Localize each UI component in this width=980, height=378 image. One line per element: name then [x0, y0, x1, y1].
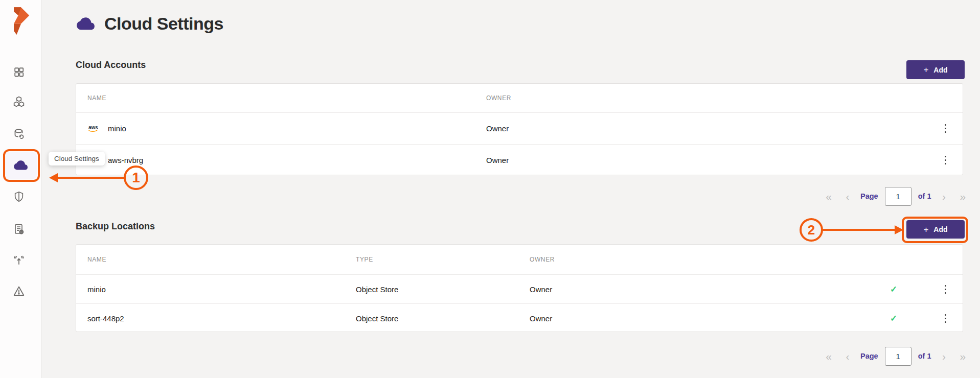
sidebar-item-data-services[interactable]	[7, 123, 31, 146]
annotation-arrowhead-step2	[895, 225, 903, 234]
annotation-arrow-line-step2	[823, 229, 895, 231]
prev-page-icon[interactable]: ‹	[841, 191, 854, 202]
next-page-icon[interactable]: ›	[938, 191, 950, 202]
table-row[interactable]: aws minio Owner	[76, 112, 963, 144]
page-of-label: of 1	[918, 352, 931, 360]
cloud-accounts-heading: Cloud Accounts	[76, 60, 146, 70]
next-page-icon[interactable]: ›	[938, 351, 950, 362]
column-header-owner: OWNER	[530, 245, 555, 274]
column-header-name: NAME	[87, 245, 106, 274]
page-number-input[interactable]	[885, 187, 911, 206]
aws-icon: aws	[87, 124, 100, 133]
plus-icon: +	[923, 65, 928, 74]
page-label: Page	[860, 192, 878, 200]
backup-locations-table-header: NAME TYPE OWNER	[76, 245, 963, 274]
annotation-arrowhead-step1	[49, 173, 58, 182]
account-name-cell: aws minio	[87, 113, 126, 144]
cluster-cubes-icon	[13, 96, 25, 108]
warning-triangle-icon	[13, 285, 25, 297]
annotation-arrow-line-step1	[57, 177, 125, 179]
status-check-icon: ✓	[888, 304, 899, 333]
sidebar	[0, 0, 41, 378]
server-gear-icon	[13, 223, 25, 235]
annotation-step-number-2: 2	[800, 218, 823, 242]
table-row[interactable]: minio Object Store Owner ✓	[76, 274, 963, 303]
account-owner: Owner	[486, 145, 509, 176]
table-row[interactable]: aws aws-nvbrg Owner	[76, 144, 963, 176]
database-restore-icon	[13, 128, 25, 140]
column-header-type: TYPE	[356, 245, 373, 274]
prev-page-icon[interactable]: ‹	[841, 351, 854, 362]
cloud-settings-page: Cloud Settings Cloud Accounts + Add NAME…	[0, 0, 980, 378]
page-number-input[interactable]	[885, 347, 911, 366]
sidebar-item-alerts[interactable]	[7, 280, 31, 302]
location-owner: Owner	[530, 304, 552, 333]
antenna-broadcast-icon	[13, 254, 25, 266]
table-row[interactable]: sort-448p2 Object Store Owner ✓	[76, 303, 963, 333]
page-title-text: Cloud Settings	[104, 14, 223, 34]
add-button-label: Add	[933, 66, 947, 74]
cloud-icon	[13, 160, 29, 171]
sidebar-item-cloud-settings[interactable]	[5, 152, 37, 179]
cloud-accounts-pagination: « ‹ Page of 1 › »	[816, 186, 969, 206]
cloud-title-icon	[75, 17, 97, 31]
column-header-name: NAME	[87, 84, 106, 112]
portworx-logo-icon[interactable]	[9, 6, 32, 35]
sidebar-item-node-signal[interactable]	[7, 249, 31, 271]
row-menu-kebab-icon[interactable]	[939, 145, 951, 176]
last-page-icon[interactable]: »	[956, 351, 969, 362]
cloud-settings-tooltip: Cloud Settings	[49, 152, 105, 166]
sidebar-item-security[interactable]	[7, 185, 31, 208]
backup-locations-heading: Backup Locations	[76, 221, 155, 232]
backup-locations-pagination: « ‹ Page of 1 › »	[816, 346, 969, 366]
account-name: minio	[108, 124, 126, 133]
first-page-icon[interactable]: «	[823, 351, 835, 362]
cloud-accounts-table: NAME OWNER aws minio Owner aws aws-nvbrg	[76, 83, 963, 175]
sidebar-item-dashboard[interactable]	[7, 61, 31, 83]
location-type: Object Store	[356, 275, 398, 303]
location-type: Object Store	[356, 304, 398, 333]
svg-text:aws: aws	[88, 125, 98, 130]
plus-icon: +	[923, 225, 928, 234]
row-menu-kebab-icon[interactable]	[939, 275, 951, 303]
account-name: aws-nvbrg	[108, 156, 143, 164]
account-owner: Owner	[486, 113, 509, 144]
page-title: Cloud Settings	[75, 14, 223, 34]
column-header-owner: OWNER	[486, 84, 511, 112]
backup-locations-table: NAME TYPE OWNER minio Object Store Owner…	[76, 244, 963, 332]
add-button-label: Add	[933, 225, 947, 233]
location-owner: Owner	[530, 275, 552, 303]
row-menu-kebab-icon[interactable]	[939, 113, 951, 144]
row-menu-kebab-icon[interactable]	[939, 304, 951, 333]
cloud-accounts-table-header: NAME OWNER	[76, 84, 963, 112]
last-page-icon[interactable]: »	[956, 191, 969, 202]
location-name: minio	[87, 275, 106, 303]
cloud-accounts-add-button[interactable]: + Add	[906, 60, 965, 79]
location-name: sort-448p2	[87, 304, 124, 333]
sidebar-item-audit-logs[interactable]	[7, 218, 31, 241]
page-label: Page	[860, 352, 878, 360]
backup-locations-add-button[interactable]: + Add	[906, 220, 965, 239]
page-of-label: of 1	[918, 192, 931, 200]
first-page-icon[interactable]: «	[823, 191, 835, 202]
shield-icon	[13, 191, 25, 203]
sidebar-item-clusters[interactable]	[7, 90, 31, 113]
status-check-icon: ✓	[888, 275, 899, 303]
grid-icon	[13, 66, 25, 78]
